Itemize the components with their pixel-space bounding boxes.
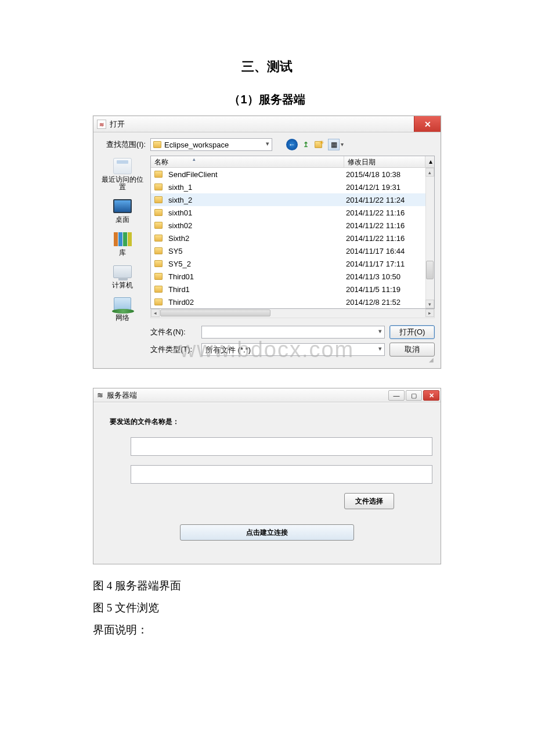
place-computer[interactable]: 计算机 [112, 264, 133, 289]
section-heading: 三、测试 [0, 58, 534, 75]
filename-field-2[interactable] [131, 465, 432, 484]
look-in-combo[interactable]: Eclipse_workspace [150, 138, 272, 151]
desktop-icon [113, 199, 132, 213]
folder-icon [154, 247, 163, 254]
file-name: Sixth2 [168, 234, 189, 243]
file-row[interactable]: sixth022014/11/22 11:16 [151, 219, 434, 232]
back-icon[interactable]: ← [286, 139, 298, 150]
scroll-right-arrow-icon[interactable]: ▸ [425, 309, 434, 317]
network-icon [114, 297, 131, 311]
file-row[interactable]: sixth012014/11/22 11:16 [151, 206, 434, 219]
look-in-label: 查找范围(I): [99, 139, 146, 150]
place-libraries[interactable]: 库 [113, 231, 132, 257]
file-name: sixth01 [168, 208, 192, 217]
folder-icon [154, 171, 163, 178]
place-recent[interactable]: 最近访问的位置 [99, 158, 146, 191]
filetype-label: 文件类型(T): [150, 344, 197, 355]
file-row[interactable]: Third022014/12/8 21:52 [151, 296, 434, 308]
connect-button[interactable]: 点击建立连接 [180, 524, 354, 541]
scroll-down-arrow-icon[interactable]: ▾ [425, 300, 434, 308]
figure-4-caption: 图 4 服务器端界面 [93, 575, 441, 597]
folder-icon [153, 141, 161, 148]
server-title: 服务器端 [107, 388, 137, 402]
file-row[interactable]: Third12014/11/5 11:19 [151, 283, 434, 296]
file-list-header[interactable]: 名称 修改日期 ▴ [151, 156, 434, 168]
folder-icon [154, 196, 163, 203]
close-button[interactable]: ✕ [414, 116, 441, 132]
maximize-button[interactable]: ▢ [406, 390, 422, 401]
file-date: 2014/12/1 19:31 [344, 183, 425, 192]
file-date: 2014/11/3 10:50 [344, 272, 425, 281]
filename-input[interactable] [201, 326, 385, 339]
file-row[interactable]: SY52014/11/17 16:44 [151, 244, 434, 257]
filename-label: 文件名(N): [150, 327, 197, 337]
file-date: 2014/11/22 11:16 [344, 234, 425, 243]
file-date: 2014/11/22 11:16 [344, 208, 425, 217]
folder-icon [154, 286, 163, 293]
folder-icon [154, 222, 163, 229]
vertical-scrollbar[interactable]: ▴ ▾ [425, 168, 434, 308]
scroll-up-arrow-icon[interactable]: ▴ [425, 168, 434, 177]
column-name[interactable]: 名称 [151, 156, 344, 167]
open-button[interactable]: 打开(O) [389, 325, 435, 339]
file-row[interactable]: Sixth22014/11/22 11:16 [151, 232, 434, 244]
file-date: 2014/11/22 11:24 [344, 196, 425, 204]
folder-icon [154, 260, 163, 267]
file-row[interactable]: SY5_22014/11/17 17:11 [151, 257, 434, 270]
file-name: SY5 [168, 247, 183, 255]
look-in-value: Eclipse_workspace [164, 141, 229, 149]
file-date: 2014/11/22 11:16 [344, 221, 425, 230]
open-file-dialog: ≋ 打开 ✕ 查找范围(I): Eclipse_workspace ← ↥ ✳ … [93, 116, 441, 369]
filetype-select[interactable]: 所有文件 (*.*) [201, 343, 385, 356]
scroll-left-arrow-icon[interactable]: ◂ [151, 309, 160, 317]
dialog-titlebar[interactable]: ≋ 打开 ✕ [93, 116, 441, 132]
file-date: 2015/4/18 10:38 [344, 170, 425, 179]
file-list-panel: 名称 修改日期 ▴ SendFileClient2015/4/18 10:38s… [150, 156, 435, 357]
computer-icon [113, 265, 132, 278]
file-name: sixth_1 [168, 183, 192, 192]
java-app-icon: ≋ [97, 120, 106, 129]
titlebar-drag-area[interactable] [137, 388, 388, 402]
file-choose-button[interactable]: 文件选择 [344, 493, 394, 509]
file-row[interactable]: Third012014/11/3 10:50 [151, 270, 434, 283]
server-titlebar[interactable]: ≋ 服务器端 — ▢ ✕ [93, 388, 441, 402]
scroll-up-icon[interactable]: ▴ [425, 156, 434, 167]
scroll-thumb[interactable] [426, 261, 434, 279]
column-modified[interactable]: 修改日期 [344, 156, 425, 167]
file-name: SY5_2 [168, 260, 191, 268]
file-date: 2014/11/5 11:19 [344, 285, 425, 294]
file-name: Third01 [168, 272, 194, 281]
dialog-title: 打开 [110, 116, 125, 132]
file-date: 2014/11/17 16:44 [344, 247, 425, 255]
close-button[interactable]: ✕ [423, 390, 439, 401]
horizontal-scrollbar[interactable]: ◂ ▸ [150, 309, 435, 318]
cancel-button[interactable]: 取消 [389, 343, 435, 357]
places-bar: 最近访问的位置 桌面 库 计算机 网络 [99, 156, 146, 357]
up-one-level-icon[interactable]: ↥ [300, 139, 312, 150]
hscroll-thumb[interactable] [160, 309, 270, 316]
send-file-label: 要发送的文件名称是： [110, 417, 425, 427]
server-window: ≋ 服务器端 — ▢ ✕ 要发送的文件名称是： 文件选择 点击建立连接 [93, 388, 441, 564]
view-menu-icon[interactable]: ▦ [328, 139, 340, 150]
folder-icon [154, 235, 163, 242]
resize-grip-icon[interactable]: ◢ [99, 357, 435, 363]
libraries-icon [113, 231, 132, 247]
filename-field-1[interactable] [131, 437, 432, 456]
titlebar-drag-area[interactable] [125, 116, 414, 132]
new-folder-icon[interactable]: ✳ [314, 139, 326, 150]
place-desktop[interactable]: 桌面 [113, 198, 132, 224]
file-name: Third1 [168, 285, 190, 294]
file-list-rows[interactable]: SendFileClient2015/4/18 10:38sixth_12014… [151, 168, 434, 308]
file-row[interactable]: sixth_12014/12/1 19:31 [151, 181, 434, 193]
interface-notes-heading: 界面说明： [93, 619, 441, 641]
file-date: 2014/12/8 21:52 [344, 298, 425, 307]
file-row[interactable]: sixth_22014/11/22 11:24 [151, 193, 434, 206]
file-row[interactable]: SendFileClient2015/4/18 10:38 [151, 168, 434, 181]
minimize-button[interactable]: — [388, 390, 405, 401]
place-network[interactable]: 网络 [113, 296, 132, 322]
folder-icon [154, 273, 163, 280]
recent-icon [113, 158, 132, 174]
file-name: Third02 [168, 298, 194, 307]
java-app-icon: ≋ [97, 391, 103, 399]
folder-icon [154, 209, 163, 216]
